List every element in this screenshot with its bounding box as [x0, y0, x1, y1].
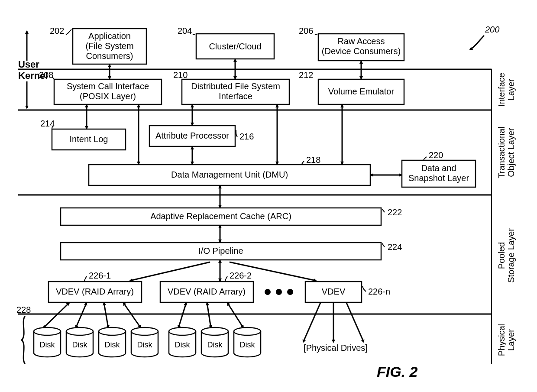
svg-text:Application: Application	[88, 31, 131, 41]
svg-text:(Device Consumers): (Device Consumers)	[322, 46, 401, 56]
ref-224: 224	[388, 242, 402, 252]
svg-line-59	[130, 262, 210, 281]
layer-pooled: PooledStorage Layer	[497, 228, 516, 283]
svg-line-65	[123, 303, 141, 328]
volume-emulator-box: Volume Emulator	[318, 79, 404, 104]
ref-226-2: 226-2	[230, 271, 252, 280]
svg-text:(File System: (File System	[85, 41, 133, 51]
layer-interface: InterfaceLayer	[497, 73, 516, 107]
ref-220: 220	[429, 150, 443, 160]
svg-line-69	[303, 303, 320, 342]
svg-text:Disk: Disk	[40, 340, 55, 349]
disk-icon: Disk	[34, 327, 61, 357]
svg-line-71	[346, 303, 364, 342]
ref-212: 212	[299, 70, 313, 80]
svg-point-55	[276, 289, 282, 295]
svg-text:Disk: Disk	[175, 340, 191, 349]
disk-icon: Disk	[131, 327, 158, 357]
svg-line-66	[178, 303, 186, 328]
ref-222: 222	[388, 207, 402, 217]
vdev2-box: VDEV (RAID Arrary)	[160, 282, 253, 302]
svg-text:Disk: Disk	[240, 340, 256, 349]
io-pipeline-box: I/O Pipeline	[61, 243, 381, 260]
svg-text:Consumers): Consumers)	[86, 51, 133, 61]
ref-208: 208	[39, 70, 53, 80]
physical-drives-label: [Physical Drives]	[304, 343, 368, 353]
svg-point-76	[99, 327, 126, 335]
ellipsis-icon	[265, 289, 293, 295]
svg-text:System Call Interface: System Call Interface	[67, 81, 149, 91]
svg-text:VDEV (RAID Arrary): VDEV (RAID Arrary)	[168, 287, 246, 296]
vdevn-box: VDEV	[305, 282, 362, 302]
syscall-box: System Call Interface (POSIX Layer)	[54, 79, 162, 104]
svg-point-82	[201, 327, 228, 335]
user-label: User	[18, 59, 39, 70]
ref-204: 204	[178, 26, 192, 36]
svg-text:I/O Pipeline: I/O Pipeline	[198, 246, 243, 256]
disk-icon: Disk	[201, 327, 228, 357]
dmu-box: Data Management Unit (DMU)	[89, 165, 370, 185]
svg-line-62	[43, 303, 69, 328]
svg-text:Attribute Processor: Attribute Processor	[155, 131, 229, 140]
snapshot-box: Data and Snapshot Layer	[402, 160, 476, 187]
disk-icon: Disk	[66, 327, 93, 357]
ref-210: 210	[173, 70, 188, 80]
cluster-box: Cluster/Cloud	[196, 34, 274, 59]
svg-text:VDEV (RAID Arrary): VDEV (RAID Arrary)	[56, 287, 134, 296]
svg-point-84	[234, 327, 261, 335]
svg-text:Disk: Disk	[105, 340, 120, 349]
svg-text:Distributed File System: Distributed File System	[191, 81, 280, 91]
svg-text:Intent Log: Intent Log	[70, 134, 108, 144]
vdev1-box: VDEV (RAID Arrary)	[49, 282, 142, 302]
svg-text:Adaptive Replacement Cache (AR: Adaptive Replacement Cache (ARC)	[150, 211, 291, 221]
svg-point-54	[265, 289, 271, 295]
svg-text:VDEV: VDEV	[322, 287, 346, 296]
svg-text:Snapshot Layer: Snapshot Layer	[408, 173, 469, 183]
ref-202: 202	[50, 26, 64, 36]
svg-text:200: 200	[485, 25, 499, 34]
svg-text:(POSIX Layer): (POSIX Layer)	[80, 91, 136, 101]
layer-phys: PhysicalLayer	[497, 324, 516, 356]
svg-line-64	[104, 303, 108, 328]
svg-text:Interface: Interface	[219, 91, 252, 101]
ref-216: 216	[239, 132, 254, 141]
raw-access-box: Raw Access (Device Consumers)	[318, 34, 404, 61]
figure-ref-arrow: 200	[470, 25, 499, 50]
svg-point-72	[34, 327, 61, 335]
ref-226-n: 226-n	[368, 287, 390, 296]
svg-text:Data Management Unit (DMU): Data Management Unit (DMU)	[171, 170, 288, 179]
arc-box: Adaptive Replacement Cache (ARC)	[61, 208, 381, 225]
svg-text:Cluster/Cloud: Cluster/Cloud	[209, 42, 261, 51]
intent-log-box: Intent Log	[52, 129, 126, 150]
ref-228: 228	[16, 305, 31, 314]
svg-point-56	[287, 289, 293, 295]
ref-206: 206	[299, 26, 313, 36]
svg-text:Data and: Data and	[421, 163, 456, 173]
svg-text:Raw Access: Raw Access	[338, 36, 385, 46]
disk-icon: Disk	[99, 327, 126, 357]
application-box: Application (File System Consumers)	[73, 29, 146, 64]
ref-226-1: 226-1	[89, 271, 111, 280]
attribute-processor-box: Attribute Processor	[149, 126, 235, 146]
figure-label: FIG. 2	[377, 363, 418, 380]
svg-line-67	[207, 303, 211, 328]
disk-icon: Disk	[234, 327, 261, 357]
svg-text:Disk: Disk	[72, 340, 88, 349]
svg-text:Disk: Disk	[207, 340, 223, 349]
svg-text:Volume Emulator: Volume Emulator	[328, 87, 395, 96]
svg-line-68	[227, 303, 243, 328]
svg-line-63	[76, 303, 87, 328]
ref-218: 218	[306, 155, 320, 165]
layer-trans: TransactionalObject Layer	[497, 126, 516, 178]
svg-point-78	[131, 327, 158, 335]
svg-text:Disk: Disk	[137, 340, 153, 349]
svg-point-80	[169, 327, 196, 335]
dfs-box: Distributed File System Interface	[182, 79, 289, 104]
svg-point-74	[66, 327, 93, 335]
disk-icon: Disk	[169, 327, 196, 357]
